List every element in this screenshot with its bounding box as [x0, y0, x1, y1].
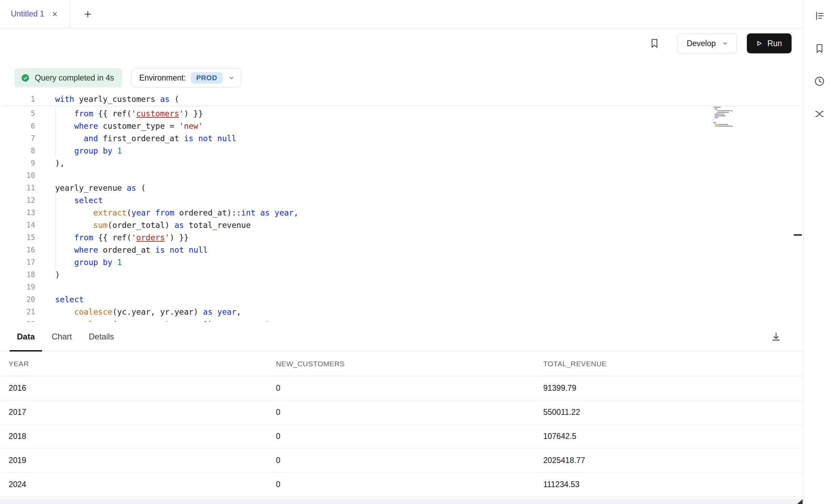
code-token: from	[74, 109, 93, 118]
code-token: ) }}	[184, 109, 203, 118]
bookmark-rail-button[interactable]	[811, 40, 828, 57]
code-token: coalesce	[74, 307, 112, 316]
code-token: new_customers,	[227, 320, 299, 322]
table-cell: 2016	[9, 384, 276, 393]
code-line[interactable]: 7 and first_ordered_at is not null	[0, 132, 803, 145]
download-icon	[771, 331, 782, 342]
table-cell: 0	[276, 456, 543, 465]
line-number: 10	[0, 169, 35, 182]
code-line[interactable]: 6 where customer_type = 'new'	[0, 120, 803, 132]
line-number: 7	[0, 132, 35, 145]
code-line[interactable]: 19	[0, 281, 803, 293]
line-number: 8	[0, 145, 35, 157]
develop-dropdown-button[interactable]: Develop	[677, 33, 736, 53]
code-text: coalesce(yc.year, yr.year) as year,	[35, 306, 241, 318]
code-line[interactable]: 17 group by 1	[0, 256, 803, 269]
code-token: as	[160, 95, 170, 104]
code-token	[55, 134, 84, 143]
code-text: with yearly_customers as (	[35, 93, 179, 105]
code-line[interactable]: 9),	[0, 157, 803, 169]
code-token	[213, 307, 217, 316]
code-token	[55, 245, 74, 254]
code-line[interactable]: 10	[0, 169, 803, 182]
results-tab-bar: DataChartDetails	[0, 322, 803, 352]
results-tab-data[interactable]: Data	[17, 322, 35, 351]
tab-close-button[interactable]	[51, 10, 59, 18]
code-token: (	[136, 183, 146, 192]
query-status-text: Query completed in 4s	[35, 73, 114, 83]
code-line[interactable]: 5 from {{ ref('customers') }}	[0, 107, 803, 120]
code-token: ordered_at)::	[174, 208, 241, 217]
new-tab-button[interactable]	[80, 6, 96, 22]
code-line[interactable]: 8 group by 1	[0, 145, 803, 157]
code-token: customer_type =	[98, 122, 179, 130]
minimap-row	[713, 122, 752, 123]
code-token	[55, 146, 74, 155]
code-line[interactable]: 22 coalesce(yc.new_customers, 0) as new_…	[0, 318, 803, 322]
history-button[interactable]	[811, 73, 828, 90]
table-cell: 2025418.77	[543, 456, 803, 465]
ref-link[interactable]: orders	[136, 233, 165, 242]
line-number: 9	[0, 157, 35, 169]
code-token	[55, 233, 74, 242]
resize-grip-icon[interactable]	[797, 499, 803, 504]
bookmark-icon	[814, 43, 825, 54]
line-number: 12	[0, 194, 35, 207]
code-token: 1	[117, 258, 122, 267]
code-line[interactable]: 21 coalesce(yc.year, yr.year) as year,	[0, 306, 803, 318]
run-button[interactable]: Run	[747, 33, 792, 53]
code-line[interactable]: 11yearly_revenue as (	[0, 182, 803, 194]
code-token: year	[132, 208, 151, 217]
code-token: is not null	[155, 245, 208, 254]
code-text: extract(year from ordered_at)::int as ye…	[35, 207, 298, 219]
code-line[interactable]: 12 select	[0, 194, 803, 207]
code-text: select	[35, 293, 84, 306]
code-token: 0	[203, 320, 208, 322]
environment-label: Environment:	[139, 73, 186, 83]
code-line[interactable]: 13 extract(year from ordered_at)::int as…	[0, 207, 803, 219]
ref-link[interactable]: customers	[136, 109, 179, 118]
sticky-scroll-line[interactable]: 1with yearly_customers as (	[0, 93, 803, 105]
minimap-row	[713, 114, 752, 115]
table-row: 20240111234.53	[0, 473, 803, 497]
code-token: ),	[55, 159, 65, 168]
sql-editor[interactable]: 1with yearly_customers as ( 5 from {{ re…	[0, 93, 803, 322]
close-icon	[51, 10, 59, 18]
code-line[interactable]: 16 where ordered_at is not null	[0, 244, 803, 256]
table-row: 20170550011.22	[0, 400, 803, 424]
code-token: (	[169, 95, 179, 104]
environment-dropdown[interactable]: Environment: PROD	[131, 68, 241, 87]
code-token: yearly_customers	[74, 95, 160, 104]
bookmark-button[interactable]	[646, 35, 663, 52]
environment-value-badge: PROD	[191, 72, 223, 84]
download-button[interactable]	[768, 328, 784, 345]
line-number: 11	[0, 182, 35, 194]
document-outline-button[interactable]	[811, 8, 828, 24]
code-token: '	[165, 233, 170, 242]
sticky-code-line[interactable]: 1with yearly_customers as (	[0, 93, 803, 105]
code-text: yearly_revenue as (	[35, 182, 146, 194]
results-tab-chart[interactable]: Chart	[52, 322, 72, 351]
code-token	[55, 109, 74, 118]
code-line[interactable]: 20select	[0, 293, 803, 306]
code-line[interactable]: 15 from {{ ref('orders') }}	[0, 231, 803, 244]
code-token: (yc.year, yr.year)	[112, 307, 203, 316]
table-row: 201902025418.77	[0, 449, 803, 473]
code-token: where	[74, 122, 98, 130]
code-line[interactable]: 18)	[0, 269, 803, 281]
tab-untitled-1[interactable]: Untitled 1	[0, 0, 70, 28]
code-token: sum	[93, 221, 108, 230]
code-token: ,	[236, 307, 241, 316]
code-line[interactable]: 14 sum(order_total) as total_revenue	[0, 219, 803, 231]
code-token	[55, 258, 74, 267]
results-tab-details[interactable]: Details	[89, 322, 114, 351]
code-text: where ordered_at is not null	[35, 244, 208, 256]
code-token: from	[74, 233, 93, 242]
table-cell: 2017	[9, 408, 276, 417]
right-rail	[803, 0, 835, 504]
lineage-button[interactable]	[811, 106, 828, 122]
line-number: 6	[0, 120, 35, 132]
code-token: extract	[93, 208, 127, 217]
horizontal-scrollbar[interactable]	[0, 499, 803, 504]
chevron-down-icon	[721, 40, 729, 47]
